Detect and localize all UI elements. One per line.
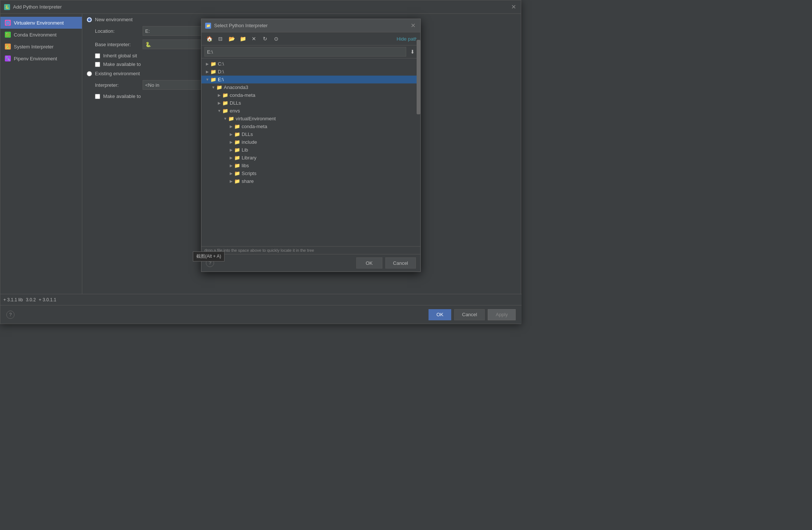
base-interpreter-label: Base interpreter: xyxy=(95,42,140,47)
tree-toggle-icon: ▶ xyxy=(228,164,234,168)
select-dialog-close-button[interactable]: ✕ xyxy=(409,22,417,29)
tree-label: E:\ xyxy=(218,77,224,82)
tree-item-selected[interactable]: ▼ 📁 E:\ xyxy=(201,76,420,83)
path-input[interactable] xyxy=(204,47,406,57)
tree-item[interactable]: ▶ 📁 D:\ xyxy=(201,68,420,76)
new-environment-radio[interactable] xyxy=(87,17,92,22)
tree-label: DLLs xyxy=(230,100,241,106)
tree-item[interactable]: ▼ 📁 Anaconda3 xyxy=(201,83,420,91)
tree-toggle-icon: ▶ xyxy=(216,93,222,97)
tree-item[interactable]: ▼ 📁 virtualEnvironment xyxy=(201,115,420,123)
interpreter-dropdown[interactable]: <No in ▼ xyxy=(143,80,210,90)
toolbar-new-folder-button[interactable]: 📁 xyxy=(238,34,248,44)
tree-toggle-icon: ▼ xyxy=(204,77,210,82)
tree-item[interactable]: ▶ 📁 conda-meta xyxy=(201,123,420,130)
sidebar-item-pipenv[interactable]: 🔧 Pipenv Environment xyxy=(0,53,82,64)
tree-toggle-icon: ▼ xyxy=(210,85,216,89)
tree-label: conda-meta xyxy=(242,124,267,129)
folder-icon: 📁 xyxy=(234,171,240,176)
select-dialog-title-left: 📁 Select Python Interpreter xyxy=(205,23,268,29)
tree-label: Library xyxy=(242,155,257,161)
hide-path-button[interactable]: Hide path xyxy=(397,36,417,42)
main-dialog-title: Add Python Interpreter xyxy=(13,4,62,10)
tree-item[interactable]: ▼ 📁 envs xyxy=(201,107,420,115)
tree-toggle-icon: ▼ xyxy=(216,109,222,113)
tree-item[interactable]: ▶ 📁 DLLs xyxy=(201,99,420,107)
tree-toggle-icon: ▶ xyxy=(228,148,234,152)
folder-icon: 📁 xyxy=(210,69,216,74)
folder-icon: 📁 xyxy=(228,116,234,121)
main-dialog-close-button[interactable]: ✕ xyxy=(510,3,517,11)
toolbar-copy-button[interactable]: ⊙ xyxy=(271,34,281,44)
tree-toggle-icon: ▶ xyxy=(228,124,234,128)
tree-item[interactable]: ▶ 📁 Library xyxy=(201,154,420,162)
pipenv-icon: 🔧 xyxy=(5,55,11,61)
select-dialog: 📁 Select Python Interpreter ✕ 🏠 ⊟ 📂 📁 ✕ … xyxy=(201,19,421,272)
make-available2-checkbox[interactable] xyxy=(95,94,100,99)
tree-container: ▶ 📁 C:\ ▶ 📁 D:\ ▼ 📁 E:\ ▼ � xyxy=(201,58,420,246)
sidebar-item-virtualenv[interactable]: 🌐 Virtualenv Environment xyxy=(0,17,82,29)
main-dialog-titlebar: 🐍 Add Python Interpreter ✕ xyxy=(0,0,521,14)
sidebar-item-system[interactable]: 🐍 System Interpreter xyxy=(0,41,82,53)
tree-label: Lib xyxy=(242,147,248,153)
folder-icon: 📁 xyxy=(210,61,216,67)
scrollbar-thumb[interactable] xyxy=(417,40,420,114)
tree-item[interactable]: ▶ 📁 C:\ xyxy=(201,60,420,68)
tree-label: include xyxy=(242,139,257,145)
make-available-label: Make available to xyxy=(103,61,141,67)
tree-item[interactable]: ▶ 📁 DLLs xyxy=(201,130,420,138)
titlebar-left: 🐍 Add Python Interpreter xyxy=(4,4,62,10)
existing-environment-radio[interactable] xyxy=(87,71,92,76)
virtualenv-icon: 🌐 xyxy=(5,20,11,26)
folder-icon: 📁 xyxy=(222,92,228,98)
base-interpreter-value: 🐍 xyxy=(145,42,151,47)
location-label: Location: xyxy=(95,28,140,34)
path-download-button[interactable]: ⬇ xyxy=(408,47,417,57)
sidebar-label-virtualenv: Virtualenv Environment xyxy=(14,20,64,26)
select-dialog-help-button[interactable]: ? xyxy=(206,259,214,267)
toolbar-folder-open-button[interactable]: 📂 xyxy=(227,34,236,44)
hint-text: drop a file into the space above to quic… xyxy=(201,246,420,254)
toolbar-home-button[interactable]: 🏠 xyxy=(204,34,214,44)
tree-item[interactable]: ▶ 📁 share xyxy=(201,177,420,185)
tree-item[interactable]: ▶ 📁 libs xyxy=(201,162,420,169)
tree-label: envs xyxy=(230,108,240,114)
package-col3: + 3.0.1.1 xyxy=(39,297,56,302)
main-apply-button[interactable]: Apply xyxy=(488,309,516,320)
select-dialog-cancel-button[interactable]: Cancel xyxy=(385,257,416,269)
sidebar-label-conda: Conda Environment xyxy=(14,32,57,38)
inherit-label: Inherit global sit xyxy=(103,53,137,58)
existing-environment-label: Existing environment xyxy=(95,71,140,76)
bottom-right: OK Cancel Apply xyxy=(429,309,516,320)
base-interpreter-dropdown[interactable]: 🐍 ▼ xyxy=(143,39,210,49)
make-available-checkbox[interactable] xyxy=(95,62,100,67)
main-ok-button[interactable]: OK xyxy=(429,309,451,320)
inherit-checkbox[interactable] xyxy=(95,53,100,58)
toolbar-split-button[interactable]: ⊟ xyxy=(216,34,225,44)
app-icon: 🐍 xyxy=(4,4,10,10)
tree-item[interactable]: ▶ 📁 Lib xyxy=(201,146,420,154)
sidebar-item-conda[interactable]: 🟢 Conda Environment xyxy=(0,29,82,41)
help-button[interactable]: ? xyxy=(6,311,15,319)
tree-item[interactable]: ▶ 📁 Scripts xyxy=(201,169,420,177)
folder-icon: 📁 xyxy=(234,139,240,145)
select-dialog-toolbar: 🏠 ⊟ 📂 📁 ✕ ↻ ⊙ Hide path xyxy=(201,32,420,45)
system-icon: 🐍 xyxy=(5,44,11,50)
tree-toggle-icon: ▶ xyxy=(228,179,234,183)
select-dialog-ok-button[interactable]: OK xyxy=(356,257,382,269)
tree-label: virtualEnvironment xyxy=(236,116,276,121)
select-dialog-buttons: OK Cancel xyxy=(356,257,416,269)
new-environment-label: New environment xyxy=(95,17,133,22)
question-icon: ? xyxy=(9,312,12,317)
toolbar-close-button[interactable]: ✕ xyxy=(249,34,259,44)
folder-icon: 📁 xyxy=(234,178,240,184)
interpreter-label: Interpreter: xyxy=(95,82,140,88)
tree-toggle-icon: ▶ xyxy=(228,156,234,160)
tree-item[interactable]: ▶ 📁 conda-meta xyxy=(201,91,420,99)
main-cancel-button[interactable]: Cancel xyxy=(454,309,485,320)
location-input[interactable] xyxy=(143,26,202,36)
tree-item[interactable]: ▶ 📁 include xyxy=(201,138,420,146)
toolbar-refresh-button[interactable]: ↻ xyxy=(260,34,270,44)
tree-toggle-icon: ▶ xyxy=(228,132,234,136)
tree-scrollbar[interactable] xyxy=(417,32,420,242)
